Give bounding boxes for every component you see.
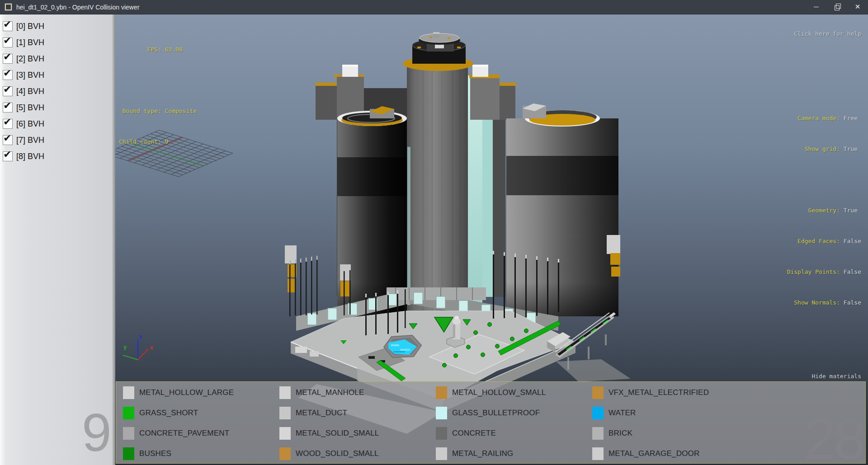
material-name: METAL_HOLLOW_SMALL [452, 388, 546, 397]
material-legend-item: GLASS_BULLETPROOF [436, 407, 592, 419]
bvh-row[interactable]: ✔ [4] BVH [0, 83, 115, 99]
window-controls [806, 0, 868, 14]
bvh-label: [5] BVH [16, 103, 44, 113]
checkbox[interactable]: ✔ [3, 54, 13, 64]
material-swatch [123, 407, 134, 419]
bvh-row[interactable]: ✔ [7] BVH [0, 132, 115, 148]
panel-watermark: 28 [804, 417, 863, 461]
hide-materials-button[interactable]: Hide materials [811, 372, 861, 380]
material-name: BUSHES [139, 449, 171, 458]
checkbox[interactable]: ✔ [3, 38, 13, 47]
checkmark-icon: ✔ [3, 150, 11, 160]
material-swatch [279, 407, 291, 419]
bvh-row[interactable]: ✔ [5] BVH [0, 99, 115, 116]
checkbox[interactable]: ✔ [3, 135, 13, 145]
checkmark-icon: ✔ [3, 52, 11, 62]
material-legend-item: METAL_RAILING [436, 447, 592, 460]
material-name: METAL_DUCT [296, 409, 347, 418]
sidebar-splitter[interactable] [112, 14, 115, 465]
bvh-label: [6] BVH [16, 119, 44, 129]
bvh-list: ✔ [0] BVH ✔ [1] BVH ✔ [2] BVH ✔ [0, 14, 115, 164]
checkbox[interactable]: ✔ [3, 103, 13, 113]
material-swatch [279, 427, 291, 440]
checkmark-icon: ✔ [3, 36, 11, 46]
bvh-label: [8] BVH [16, 152, 44, 161]
materials-legend: METAL_HOLLOW_LARGE GRASS_SHORT CONCRETE_… [123, 382, 749, 464]
material-name: GLASS_BULLETPROOF [452, 409, 540, 418]
material-legend-item: WATER [592, 407, 749, 419]
material-swatch [436, 447, 447, 460]
bvh-row[interactable]: ✔ [0] BVH [0, 18, 115, 34]
material-legend-item: METAL_HOLLOW_SMALL [436, 386, 592, 399]
bvh-label: [7] BVH [16, 136, 44, 145]
checkmark-icon: ✔ [3, 133, 11, 143]
bound-stats: FPS:63.98 Bound type:Composite Child cou… [119, 15, 197, 161]
openiv-icon [5, 3, 12, 11]
help-link[interactable]: Click here for help [787, 30, 861, 38]
material-swatch [123, 447, 134, 460]
checkmark-icon: ✔ [3, 68, 11, 78]
materials-panel: 28 METAL_HOLLOW_LARGE GRASS_SHORT CONCRE… [116, 381, 866, 464]
checkbox[interactable]: ✔ [3, 21, 13, 31]
material-swatch [592, 447, 604, 460]
material-legend-item: GRASS_SHORT [123, 407, 279, 419]
material-name: GRASS_SHORT [139, 409, 198, 418]
checkbox[interactable]: ✔ [3, 151, 13, 161]
material-legend-item: METAL_SOLID_SMALL [279, 427, 436, 440]
bvh-row[interactable]: ✔ [3] BVH [0, 67, 115, 83]
render-settings: Click here for help Camera mode:Free Sho… [787, 14, 861, 337]
bvh-label: [2] BVH [16, 54, 44, 64]
bvh-row[interactable]: ✔ [6] BVH [0, 116, 115, 132]
material-name: METAL_GARAGE_DOOR [609, 449, 699, 458]
material-legend-item: CONCRETE_PAVEMENT [123, 427, 279, 440]
close-button[interactable] [847, 0, 868, 14]
material-name: METAL_MANHOLE [296, 388, 364, 397]
material-legend-item: METAL_DUCT [279, 407, 436, 419]
render-settings-lines: Camera mode:Free Show grid:True Geometry… [787, 53, 861, 322]
restore-icon [835, 5, 840, 10]
minimize-icon [814, 7, 819, 7]
checkmark-icon: ✔ [3, 117, 11, 127]
bvh-row[interactable]: ✔ [2] BVH [0, 51, 115, 67]
bvh-label: [1] BVH [16, 38, 44, 47]
axis-z-label: z [139, 333, 142, 340]
checkmark-icon: ✔ [3, 19, 11, 29]
material-swatch [123, 427, 134, 440]
bvh-row[interactable]: ✔ [1] BVH [0, 34, 115, 51]
material-legend-item: BUSHES [123, 447, 279, 460]
bvh-row[interactable]: ✔ [8] BVH [0, 148, 115, 164]
material-name: CONCRETE [452, 429, 496, 438]
material-swatch [123, 386, 134, 399]
material-legend-item: WOOD_SOLID_SMALL [279, 447, 436, 460]
material-name: VFX_METAL_ELECTRIFIED [609, 388, 709, 397]
material-name: METAL_SOLID_SMALL [296, 429, 379, 438]
axis-y-label: y [123, 343, 127, 350]
material-name: CONCRETE_PAVEMENT [139, 429, 229, 438]
material-name: WOOD_SOLID_SMALL [296, 449, 379, 458]
material-legend-item: CONCRETE [436, 427, 592, 440]
window-title: hei_dt1_02_0.ybn - OpenIV Collision view… [16, 4, 139, 11]
material-swatch [592, 427, 604, 440]
title-bar: hei_dt1_02_0.ybn - OpenIV Collision view… [0, 0, 868, 14]
bvh-label: [3] BVH [16, 70, 44, 80]
material-name: BRICK [609, 429, 632, 438]
axis-x-label: x [150, 344, 153, 351]
material-legend-item: METAL_GARAGE_DOOR [592, 447, 749, 460]
material-legend-item: METAL_HOLLOW_LARGE [123, 386, 279, 399]
restore-button[interactable] [826, 0, 847, 14]
material-swatch [436, 407, 447, 419]
bvh-sidebar: ✔ [0] BVH ✔ [1] BVH ✔ [2] BVH ✔ [0, 14, 115, 465]
material-swatch [279, 447, 291, 460]
material-swatch [436, 427, 447, 440]
checkbox[interactable]: ✔ [3, 70, 13, 80]
checkbox[interactable]: ✔ [3, 119, 13, 129]
sidebar-watermark: 9 [82, 410, 111, 455]
material-swatch [279, 386, 291, 399]
material-swatch [436, 386, 447, 399]
close-icon [855, 4, 861, 10]
checkbox[interactable]: ✔ [3, 86, 13, 96]
bvh-label: [4] BVH [16, 87, 44, 96]
checkmark-icon: ✔ [3, 85, 11, 94]
material-swatch [592, 407, 604, 419]
minimize-button[interactable] [806, 0, 826, 14]
